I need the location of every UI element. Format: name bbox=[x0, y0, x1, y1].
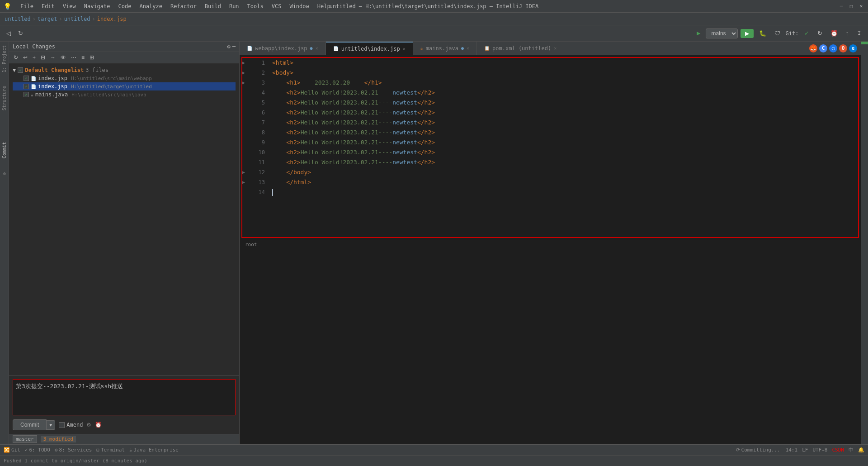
diff-btn[interactable]: ⊟ bbox=[39, 53, 47, 62]
menu-refactor[interactable]: Refactor bbox=[167, 2, 200, 10]
close-button[interactable]: ✕ bbox=[858, 3, 864, 10]
file-checkbox-1[interactable]: ✓ bbox=[24, 84, 29, 89]
file-item-0[interactable]: ✓ 📄 index.jsp H:\untitled\src\main\webap… bbox=[13, 74, 236, 82]
line-sep-label[interactable]: LF bbox=[802, 447, 808, 453]
run-config-selector[interactable]: ▶ bbox=[694, 29, 703, 38]
git-status-label: Git bbox=[11, 447, 20, 453]
file-icon-2: ☕ bbox=[31, 92, 33, 97]
code-editor[interactable]: ▶ 1 <html> ▶ 2 <body> ▶ 3 <h1>----2023.0… bbox=[240, 55, 861, 444]
menu-tools[interactable]: Tools bbox=[244, 2, 267, 10]
fold-3[interactable]: ▶ bbox=[242, 78, 248, 88]
fold-12[interactable]: ▶ bbox=[242, 167, 248, 177]
tab-close-1[interactable]: ✕ bbox=[403, 46, 406, 51]
add-btn[interactable]: + bbox=[31, 53, 38, 62]
commit-settings-button[interactable]: ⚙ bbox=[86, 422, 91, 428]
amend-label[interactable]: Amend bbox=[59, 422, 83, 428]
pull-label[interactable]: ⊕ bbox=[1, 171, 8, 177]
fold-2[interactable]: ▶ bbox=[242, 68, 248, 78]
view-btn[interactable]: 👁 bbox=[59, 53, 68, 62]
file-checkbox-2[interactable]: ✓ bbox=[24, 92, 29, 97]
commit-dropdown-button[interactable]: ▼ bbox=[47, 420, 55, 430]
opera-icon[interactable]: O bbox=[839, 44, 847, 52]
git-status[interactable]: 🔀 Git bbox=[4, 447, 20, 453]
tab-0[interactable]: 📄 webapp\index.jsp ● ✕ bbox=[240, 42, 326, 55]
java-status[interactable]: ☕ Java Enterprise bbox=[129, 447, 179, 453]
git-pull[interactable]: ↧ bbox=[854, 29, 864, 38]
debug-button[interactable]: 🐛 bbox=[756, 29, 769, 38]
todo-status[interactable]: ✓ 6: TODO bbox=[25, 447, 50, 453]
git-status-icon: 🔀 bbox=[4, 447, 10, 453]
git-history[interactable]: ⏰ bbox=[828, 29, 840, 38]
edge-icon[interactable]: e bbox=[849, 44, 857, 52]
coverage-button[interactable]: 🛡 bbox=[772, 29, 783, 38]
tab-close-3[interactable]: ✕ bbox=[554, 46, 557, 51]
commit-label[interactable]: Commit bbox=[1, 140, 8, 160]
run-button[interactable]: ▶ bbox=[741, 29, 754, 38]
csdn-label: CSDN bbox=[832, 447, 844, 453]
system-tray: 🔔 bbox=[858, 447, 864, 453]
committing-label: Committing... bbox=[741, 447, 780, 453]
firefox-icon[interactable]: 🦊 bbox=[809, 44, 817, 52]
services-status[interactable]: ⚙ 8: Services bbox=[55, 447, 92, 453]
breadcrumb-untitled[interactable]: untitled bbox=[5, 16, 31, 22]
toolbar-back[interactable]: ◁ bbox=[4, 29, 14, 38]
commit-history-button[interactable]: ⏰ bbox=[95, 422, 102, 428]
position-label[interactable]: 14:1 bbox=[786, 447, 798, 453]
terminal-status[interactable]: ⊡ Terminal bbox=[96, 447, 125, 453]
menu-run[interactable]: Run bbox=[226, 2, 243, 10]
menu-window[interactable]: Window bbox=[286, 2, 312, 10]
commit-message-input[interactable]: 第3次提交--2023.02.21-测试ssh推送 bbox=[13, 379, 236, 415]
tab-2[interactable]: ☕ mains.java ● ✕ bbox=[413, 42, 477, 55]
menu-build[interactable]: Build bbox=[201, 2, 225, 10]
refresh-btn[interactable]: ↻ bbox=[12, 53, 20, 62]
menu-edit[interactable]: Edit bbox=[38, 2, 58, 10]
branch-tag[interactable]: master bbox=[13, 435, 37, 443]
chrome-icon2[interactable]: ◯ bbox=[829, 44, 837, 52]
git-refresh[interactable]: ↻ bbox=[815, 29, 825, 38]
tab-3[interactable]: 📋 pom.xml (untitled) ✕ bbox=[477, 42, 564, 55]
ime-label: 中 bbox=[849, 447, 854, 453]
menu-view[interactable]: View bbox=[59, 2, 80, 10]
rollback-btn[interactable]: ↩ bbox=[21, 53, 29, 62]
tab-close-0[interactable]: ✕ bbox=[316, 46, 318, 51]
toolbar-refresh[interactable]: ↻ bbox=[15, 29, 26, 38]
filter-btn[interactable]: ⋯ bbox=[69, 53, 78, 62]
tab-close-2[interactable]: ✕ bbox=[467, 46, 469, 51]
branch-selector[interactable]: mains bbox=[706, 29, 738, 38]
breadcrumb-file[interactable]: index.jsp bbox=[97, 16, 127, 22]
encoding-label[interactable]: UTF-8 bbox=[812, 447, 827, 453]
git-check[interactable]: ✓ bbox=[802, 29, 812, 38]
menu-analyze[interactable]: Analyze bbox=[136, 2, 166, 10]
chrome-icon[interactable]: C bbox=[819, 44, 827, 52]
file-checkbox-0[interactable]: ✓ bbox=[24, 76, 29, 81]
move-btn[interactable]: → bbox=[48, 53, 57, 62]
structure-label[interactable]: Structure bbox=[1, 84, 8, 112]
bottom-bar: Pushed 1 commit to origin/master (8 minu… bbox=[0, 455, 868, 466]
group-checkbox[interactable]: ✓ bbox=[18, 67, 23, 73]
minimize-button[interactable]: ─ bbox=[838, 3, 844, 10]
maximize-button[interactable]: □ bbox=[848, 3, 854, 10]
file-item-1[interactable]: ✓ 📄 index.jsp H:\untitled\target\untitle… bbox=[13, 82, 236, 90]
fold-13[interactable]: ▶ bbox=[242, 177, 248, 187]
menu-navigate[interactable]: Navigate bbox=[80, 2, 114, 10]
amend-checkbox[interactable] bbox=[59, 422, 65, 428]
default-changelist-header[interactable]: ▼ ✓ Default Changelist 3 files bbox=[13, 66, 236, 74]
project-label[interactable]: 1: Project bbox=[1, 43, 8, 74]
fold-14 bbox=[242, 187, 248, 197]
git-push[interactable]: ↑ bbox=[843, 29, 852, 38]
menu-file[interactable]: File bbox=[17, 2, 37, 10]
editor-tabs: 📄 webapp\index.jsp ● ✕ 📄 untitled\index.… bbox=[240, 42, 861, 55]
commit-button[interactable]: Commit bbox=[13, 419, 47, 430]
minimize-icon[interactable]: ─ bbox=[232, 43, 236, 50]
breadcrumb-untitled2[interactable]: untitled bbox=[64, 16, 90, 22]
settings-icon[interactable]: ⚙ bbox=[227, 43, 231, 50]
sort-btn[interactable]: ≡ bbox=[80, 53, 86, 62]
menu-vcs[interactable]: VCS bbox=[268, 2, 285, 10]
linecontent-8: <h2>Hello World!2023.02.21----newtest</h… bbox=[270, 128, 858, 138]
tab-1[interactable]: 📄 untitled\index.jsp ✕ bbox=[326, 42, 413, 55]
file-item-2[interactable]: ✓ ☕ mains.java H:\untitled\src\main\java bbox=[13, 90, 236, 99]
menu-code[interactable]: Code bbox=[115, 2, 135, 10]
group-btn[interactable]: ⊞ bbox=[88, 53, 96, 62]
breadcrumb-target[interactable]: target bbox=[38, 16, 57, 22]
fold-1[interactable]: ▶ bbox=[242, 58, 248, 68]
